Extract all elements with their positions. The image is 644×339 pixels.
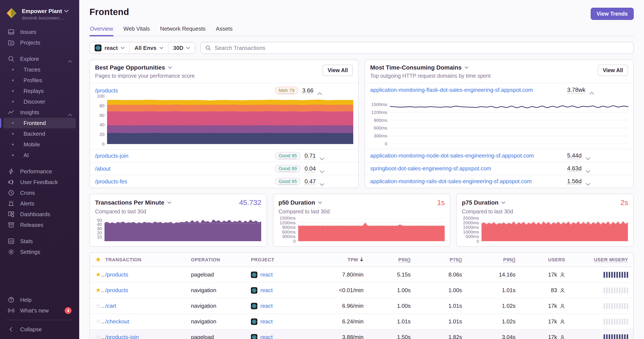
- react-project-icon: [251, 272, 257, 278]
- column-header-p75[interactable]: P75(): [416, 253, 467, 267]
- star-icon[interactable]: ☆: [96, 318, 105, 325]
- chevron-up-icon[interactable]: [68, 57, 72, 60]
- page-link[interactable]: /products-join: [95, 153, 275, 159]
- sidebar-item-crons[interactable]: Crons: [4, 187, 76, 198]
- column-header-p95[interactable]: P95(): [467, 253, 521, 267]
- sidebar-item-releases[interactable]: Releases: [4, 220, 76, 230]
- project-link[interactable]: react: [260, 334, 273, 339]
- chevron-down-icon[interactable]: [168, 201, 171, 204]
- chevron-down-icon[interactable]: [168, 66, 172, 69]
- sidebar-item-insights[interactable]: Insights: [4, 107, 76, 118]
- column-header-tpm[interactable]: TPM: [324, 253, 369, 267]
- chevron-down-icon[interactable]: [320, 180, 324, 183]
- environment-filter[interactable]: All Envs: [129, 42, 168, 53]
- search-input[interactable]: [214, 45, 629, 51]
- tab-overview[interactable]: Overview: [90, 25, 114, 36]
- sidebar-item-projects[interactable]: Projects: [4, 37, 76, 48]
- users-count: 83: [551, 287, 557, 294]
- star-icon[interactable]: ☆: [96, 303, 105, 309]
- sidebar-item-backend[interactable]: Backend: [4, 128, 76, 139]
- column-header-misery[interactable]: USER MISERY: [570, 253, 633, 267]
- chevron-down-icon[interactable]: [502, 201, 505, 204]
- star-icon[interactable]: ★: [96, 287, 105, 294]
- date-range-filter[interactable]: 30D: [168, 42, 195, 53]
- list-row: /products-joinGood 950.71: [90, 149, 358, 162]
- sidebar-item-help[interactable]: Help: [4, 295, 76, 305]
- view-all-button[interactable]: View All: [323, 65, 353, 76]
- domain-link[interactable]: application-monitoring-rails-dot-sales-e…: [370, 178, 567, 185]
- transaction-link[interactable]: /products-join: [105, 334, 139, 339]
- sidebar-item-performance[interactable]: Performance: [4, 166, 76, 177]
- panel-title: Transactions Per Minute: [95, 199, 164, 206]
- star-icon[interactable]: ☆: [96, 334, 105, 339]
- project-filter[interactable]: react: [90, 42, 129, 53]
- operation-cell: navigation: [191, 314, 251, 329]
- star-icon[interactable]: ★: [96, 271, 105, 278]
- sidebar-item-ai[interactable]: AI: [4, 150, 76, 161]
- sidebar-item-what-s-new[interactable]: What's new4: [4, 305, 76, 316]
- sidebar-item-dashboards[interactable]: Dashboards: [4, 209, 76, 220]
- y-axis-tick: 1500ms: [280, 216, 296, 221]
- y-axis-tick: 1200ms: [280, 220, 296, 225]
- page-link[interactable]: /products: [95, 87, 275, 94]
- project-link[interactable]: react: [260, 318, 273, 325]
- p50-value: 1s: [437, 198, 445, 207]
- chart-svg: [298, 218, 445, 241]
- bullet-icon: [12, 79, 14, 81]
- sidebar-item-label: Releases: [20, 222, 73, 228]
- domain-link[interactable]: springboot-dot-sales-engineering-sf.apps…: [370, 165, 567, 172]
- y-axis-tick: 300ms: [282, 234, 296, 239]
- chevron-down-icon[interactable]: [320, 154, 324, 157]
- domain-link[interactable]: application-monitoring-node-dot-sales-en…: [370, 152, 567, 159]
- sidebar-item-profiles[interactable]: Profiles: [4, 75, 76, 86]
- transaction-link[interactable]: /cart: [105, 303, 116, 309]
- page-link[interactable]: /products-fes: [95, 178, 275, 185]
- star-icon[interactable]: ★: [96, 256, 101, 263]
- stats-icon: [8, 238, 14, 245]
- column-header-transaction[interactable]: TRANSACTION: [105, 253, 191, 267]
- tab-assets[interactable]: Assets: [216, 25, 233, 36]
- chevron-down-icon[interactable]: [586, 180, 590, 183]
- chevron-up-icon[interactable]: [68, 111, 72, 114]
- chevron-down-icon[interactable]: [586, 167, 590, 170]
- search-icon: [205, 45, 211, 51]
- tab-network-requests[interactable]: Network Requests: [160, 25, 206, 36]
- issues-icon: [8, 28, 14, 35]
- sidebar-item-explore[interactable]: Explore: [4, 53, 76, 64]
- column-header-users[interactable]: USERS: [521, 253, 570, 267]
- chevron-down-icon[interactable]: [320, 167, 324, 170]
- sidebar-item-user-feedback[interactable]: User Feedback: [4, 177, 76, 187]
- project-link[interactable]: react: [260, 271, 273, 278]
- sidebar-item-alerts[interactable]: Alerts: [4, 198, 76, 209]
- column-header-project[interactable]: PROJECT: [251, 253, 324, 267]
- transaction-link[interactable]: /products: [105, 287, 128, 294]
- chevron-down-icon[interactable]: [464, 66, 468, 69]
- project-link[interactable]: react: [260, 303, 273, 309]
- transaction-link[interactable]: /checkout: [105, 318, 129, 325]
- sidebar-item-replays[interactable]: Replays: [4, 86, 76, 96]
- panel-p50-duration: p50 Duration 1s Compared to last 30d 150…: [273, 194, 450, 247]
- column-header-operation[interactable]: OPERATION: [191, 253, 251, 267]
- sidebar-item-stats[interactable]: Stats: [4, 236, 76, 247]
- sidebar-item-collapse[interactable]: Collapse: [4, 324, 76, 335]
- chevron-down-icon[interactable]: [318, 201, 322, 204]
- column-header-p50[interactable]: P50(): [369, 253, 416, 267]
- transaction-link[interactable]: /products: [105, 271, 128, 278]
- view-all-button[interactable]: View All: [598, 65, 628, 76]
- org-switcher[interactable]: Empower Plant dominik.buszowiec…: [0, 4, 79, 26]
- chevron-up-icon[interactable]: [317, 89, 322, 92]
- sidebar-item-mobile[interactable]: Mobile: [4, 139, 76, 150]
- sidebar-item-settings[interactable]: Settings: [4, 247, 76, 257]
- view-trends-button[interactable]: View Trends: [591, 8, 634, 20]
- sidebar-item-frontend[interactable]: Frontend: [4, 118, 76, 128]
- sidebar-item-issues[interactable]: Issues: [4, 26, 76, 37]
- project-link[interactable]: react: [260, 287, 273, 294]
- sidebar-item-discover[interactable]: Discover: [4, 96, 76, 107]
- sidebar-item-traces[interactable]: Traces: [4, 64, 76, 75]
- tab-web-vitals[interactable]: Web Vitals: [123, 25, 150, 36]
- chevron-down-icon[interactable]: [586, 154, 590, 157]
- search-box[interactable]: [200, 42, 634, 54]
- domain-link[interactable]: application-monitoring-flask-dot-sales-e…: [370, 87, 567, 93]
- page-link[interactable]: /about: [95, 165, 275, 172]
- chevron-up-icon[interactable]: [590, 89, 594, 92]
